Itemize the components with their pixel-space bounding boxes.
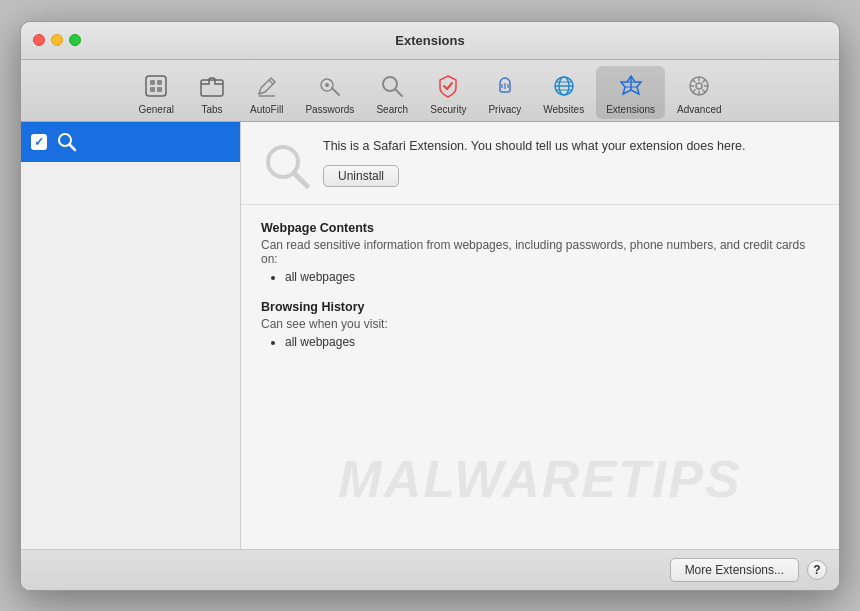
general-icon <box>140 70 172 102</box>
browsing-history-list: all webpages <box>261 335 819 349</box>
svg-line-13 <box>447 83 452 89</box>
svg-line-28 <box>703 89 706 92</box>
autofill-icon <box>251 70 283 102</box>
toolbar: General Tabs AutoFill <box>21 60 839 122</box>
check-icon: ✓ <box>34 135 44 149</box>
toolbar-item-websites[interactable]: Websites <box>533 66 594 119</box>
webpage-contents-desc: Can read sensitive information from webp… <box>261 238 819 266</box>
toolbar-item-tabs[interactable]: Tabs <box>186 66 238 119</box>
svg-line-11 <box>395 89 402 96</box>
svg-line-8 <box>332 88 339 95</box>
traffic-lights <box>33 34 81 46</box>
toolbar-item-extensions[interactable]: Extensions <box>596 66 665 119</box>
svg-line-27 <box>693 79 696 82</box>
extension-detail-panel: MALWARETIPS This is a Safari Extension. … <box>241 122 839 549</box>
toolbar-item-privacy[interactable]: Privacy <box>478 66 531 119</box>
svg-rect-5 <box>201 80 223 96</box>
websites-icon <box>548 70 580 102</box>
svg-line-32 <box>70 144 76 150</box>
safari-preferences-window: Extensions General <box>20 21 840 591</box>
search-label: Search <box>376 104 408 115</box>
advanced-label: Advanced <box>677 104 721 115</box>
browsing-history-title: Browsing History <box>261 300 819 314</box>
advanced-icon <box>683 70 715 102</box>
browsing-history-item: all webpages <box>285 335 819 349</box>
search-icon <box>376 70 408 102</box>
extensions-sidebar: ✓ <box>21 122 241 549</box>
toolbar-item-general[interactable]: General <box>128 66 184 119</box>
content-area: ✓ MALWARETIPS <box>21 122 839 549</box>
extension-checkbox[interactable]: ✓ <box>31 134 47 150</box>
uninstall-button[interactable]: Uninstall <box>323 165 399 187</box>
toolbar-item-search[interactable]: Search <box>366 66 418 119</box>
toolbar-item-security[interactable]: Security <box>420 66 476 119</box>
browsing-history-desc: Can see when you visit: <box>261 317 819 331</box>
toolbar-item-advanced[interactable]: Advanced <box>667 66 731 119</box>
svg-point-22 <box>696 83 702 89</box>
svg-point-9 <box>325 83 329 87</box>
svg-rect-3 <box>157 80 162 85</box>
extensions-icon <box>615 70 647 102</box>
svg-rect-0 <box>146 76 166 96</box>
websites-label: Websites <box>543 104 584 115</box>
svg-rect-4 <box>157 87 162 92</box>
privacy-icon <box>489 70 521 102</box>
browsing-history-section: Browsing History Can see when you visit:… <box>261 300 819 349</box>
webpage-contents-title: Webpage Contents <box>261 221 819 235</box>
autofill-label: AutoFill <box>250 104 283 115</box>
webpage-contents-item: all webpages <box>285 270 819 284</box>
svg-rect-1 <box>150 80 155 85</box>
help-button[interactable]: ? <box>807 560 827 580</box>
extension-large-icon <box>261 140 311 190</box>
extensions-label: Extensions <box>606 104 655 115</box>
permissions-section: Webpage Contents Can read sensitive info… <box>241 205 839 381</box>
maximize-button[interactable] <box>69 34 81 46</box>
window-title: Extensions <box>395 33 464 48</box>
tabs-label: Tabs <box>201 104 222 115</box>
more-extensions-button[interactable]: More Extensions... <box>670 558 799 582</box>
webpage-contents-list: all webpages <box>261 270 819 284</box>
privacy-label: Privacy <box>488 104 521 115</box>
svg-line-29 <box>703 79 706 82</box>
bottom-bar: More Extensions... ? <box>21 549 839 590</box>
minimize-button[interactable] <box>51 34 63 46</box>
passwords-label: Passwords <box>305 104 354 115</box>
general-label: General <box>138 104 174 115</box>
toolbar-item-passwords[interactable]: Passwords <box>295 66 364 119</box>
watermark: MALWARETIPS <box>241 449 839 509</box>
toolbar-item-autofill[interactable]: AutoFill <box>240 66 293 119</box>
extension-header: This is a Safari Extension. You should t… <box>241 122 839 205</box>
titlebar: Extensions <box>21 22 839 60</box>
tabs-icon <box>196 70 228 102</box>
webpage-contents-section: Webpage Contents Can read sensitive info… <box>261 221 819 284</box>
security-icon <box>432 70 464 102</box>
extension-info: This is a Safari Extension. You should t… <box>323 138 819 188</box>
extension-search-icon <box>55 130 79 154</box>
sidebar-item-search-ext[interactable]: ✓ <box>21 122 240 162</box>
security-label: Security <box>430 104 466 115</box>
passwords-icon <box>314 70 346 102</box>
extension-description: This is a Safari Extension. You should t… <box>323 138 819 156</box>
svg-line-30 <box>693 89 696 92</box>
close-button[interactable] <box>33 34 45 46</box>
svg-line-34 <box>294 173 307 186</box>
svg-rect-2 <box>150 87 155 92</box>
